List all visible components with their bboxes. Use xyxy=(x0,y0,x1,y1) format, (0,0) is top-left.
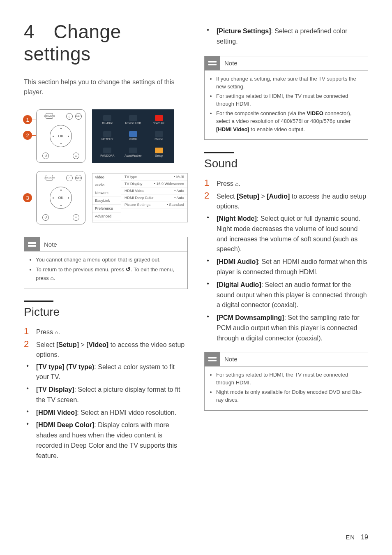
sound-heading: Sound xyxy=(204,152,368,170)
dpad-icon: OK xyxy=(50,187,72,209)
step-item: 2Select [Setup] > [Audio] to access the … xyxy=(204,190,368,211)
note-icon xyxy=(205,352,220,366)
menu-right-row: TV Display16:9 Widescreen xyxy=(121,180,187,187)
list-icon: ≡ xyxy=(73,153,79,159)
home-tile: YouTube xyxy=(147,113,171,127)
callout-1: 1 xyxy=(23,115,32,124)
menu-right-row: Picture SettingsStandard xyxy=(121,201,187,208)
diagram-area: 1 2 DISCMENU ⌂ INFO OK ↺ ≡ Bl xyxy=(24,109,188,224)
note-item: You cannot change a menu option that is … xyxy=(36,256,182,264)
dpad-icon: OK xyxy=(50,125,72,147)
bullet-item: [PCM Downsampling]: Set the sampling rat… xyxy=(204,313,368,343)
note-box-2: Note If you change a setting, make sure … xyxy=(204,56,368,140)
menu-left-item: Video xyxy=(92,173,121,181)
home-icon: ⌂ xyxy=(66,175,73,181)
home-icon: ⌂ xyxy=(66,113,73,120)
home-tile: Blu-Disc xyxy=(95,113,120,127)
back-icon: ↺ xyxy=(42,153,49,159)
menu-left-item: Network xyxy=(92,189,121,197)
menu-right-row: HDMI Deep ColorAuto xyxy=(121,194,187,201)
home-tile: NETFLIX xyxy=(95,129,120,143)
note-item: For settings related to HDMI, the TV mus… xyxy=(216,371,362,387)
home-tiles: Blu-Discbrowse USBYouTubeNETFLIXVUDUPica… xyxy=(92,109,174,163)
disc-menu-icon: DISCMENU xyxy=(46,175,53,180)
bullet-item: [Digital Audio]: Select an audio format … xyxy=(204,280,368,310)
bullet-item: [Night Mode]: Select quiet or full dynam… xyxy=(204,214,368,254)
bullet-item: [Picture Settings]: Select a predefined … xyxy=(204,26,368,47)
note-title: Note xyxy=(44,241,57,248)
note-item: If you change a setting, make sure that … xyxy=(216,75,362,91)
menu-left-item: Preference xyxy=(92,205,121,213)
menu-left-item: Advanced xyxy=(92,213,121,220)
note-item: For the composite connection (via the VI… xyxy=(216,109,362,134)
remote-diagram-2: DISCMENU ⌂ INFO OK ↺ ≡ xyxy=(36,171,85,224)
disc-menu-icon: DISCMENU xyxy=(46,113,53,119)
intro-text: This section helps you to change the set… xyxy=(24,77,188,97)
step-item: 1Press ⌂. xyxy=(204,178,368,189)
page-title: 4 Change settings xyxy=(24,21,188,65)
menu-right-row: TV typeMulti xyxy=(121,173,187,180)
note-box-3: Note For settings related to HDMI, the T… xyxy=(204,352,368,411)
bullet-item: [HDMI Video]: Select an HDMI video resol… xyxy=(24,408,188,418)
home-tile: AccuWeather xyxy=(121,145,145,160)
bullet-item: [TV type] (TV type): Select a color syst… xyxy=(24,362,188,383)
home-tile: VUDU xyxy=(121,129,145,143)
note-title: Note xyxy=(224,356,238,363)
note-icon xyxy=(205,56,220,70)
menu-right-row: HDMI VideoAuto xyxy=(121,187,187,194)
page-footer: EN 19 xyxy=(346,534,368,541)
bullet-item: [HDMI Deep Color]: Display colors with m… xyxy=(24,420,188,461)
info-icon: INFO xyxy=(75,175,82,181)
picture-heading: Picture xyxy=(24,301,188,319)
note-box-1: Note You cannot change a menu option tha… xyxy=(24,237,188,289)
note-item: To return to the previous menu, press ↺.… xyxy=(36,265,182,282)
note-title: Note xyxy=(224,60,238,67)
note-item: For settings related to HDMI, the TV mus… xyxy=(216,92,362,108)
back-icon: ↺ xyxy=(42,214,49,221)
home-tile: browse USB xyxy=(121,113,145,127)
bullet-item: [TV Display]: Select a picture display f… xyxy=(24,385,188,405)
footer-page: 19 xyxy=(361,534,368,541)
note-item: Night mode is only available for Dolby e… xyxy=(216,388,362,404)
footer-lang: EN xyxy=(346,534,355,541)
home-tile: PANDORA xyxy=(95,145,120,160)
home-tile: Picasa xyxy=(147,129,171,143)
settings-menu-diagram: VideoAudioNetworkEasyLinkPreferenceAdvan… xyxy=(92,173,188,222)
step-item: 2Select [Setup] > [Video] to access the … xyxy=(24,339,188,360)
bullet-item: [HDMI Audio]: Set an HDMI audio format w… xyxy=(204,257,368,278)
menu-left-item: EasyLink xyxy=(92,197,121,205)
list-icon: ≡ xyxy=(73,214,79,221)
menu-left-item: Audio xyxy=(92,181,121,189)
home-tile: Setup xyxy=(147,145,171,160)
info-icon: INFO xyxy=(75,113,82,120)
callout-2: 2 xyxy=(23,131,32,140)
step-item: 1Press ⌂. xyxy=(24,326,188,337)
remote-diagram-1: DISCMENU ⌂ INFO OK ↺ ≡ xyxy=(36,109,85,163)
note-icon xyxy=(24,237,40,251)
callout-3: 3 xyxy=(23,193,32,202)
